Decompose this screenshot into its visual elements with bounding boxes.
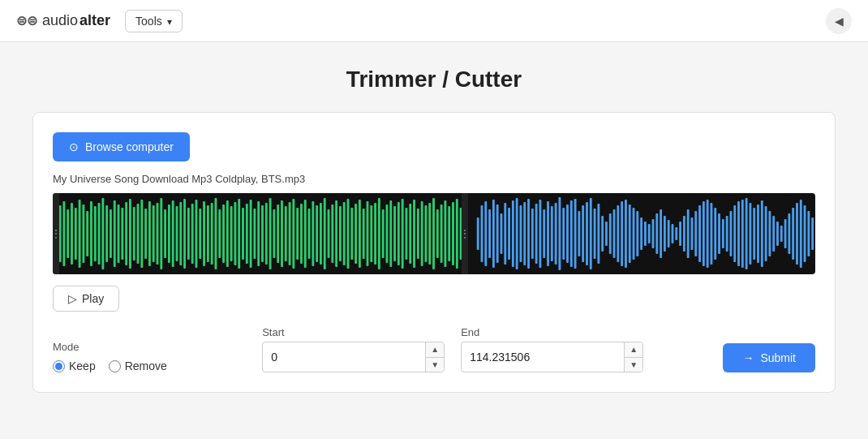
svg-rect-184 <box>784 219 787 248</box>
waveform-left-handle[interactable] <box>53 193 59 274</box>
svg-rect-47 <box>242 208 244 260</box>
svg-rect-58 <box>285 206 287 261</box>
svg-rect-128 <box>566 204 569 263</box>
svg-rect-127 <box>562 208 565 260</box>
svg-rect-155 <box>672 224 674 243</box>
svg-rect-70 <box>331 204 333 263</box>
start-input[interactable] <box>263 344 425 370</box>
svg-rect-42 <box>222 204 225 263</box>
svg-rect-87 <box>397 202 400 265</box>
svg-rect-24 <box>153 205 155 262</box>
submit-button[interactable]: → Submit <box>723 343 815 372</box>
svg-rect-12 <box>105 205 108 262</box>
svg-rect-172 <box>737 201 740 266</box>
svg-rect-179 <box>765 206 767 261</box>
svg-rect-45 <box>234 202 236 265</box>
file-name-label: My Universe Song Download Mp3 Coldplay, … <box>53 173 815 185</box>
tools-menu-button[interactable]: Tools <box>125 10 183 32</box>
trimmer-card: ⊙ Browse computer My Universe Song Downl… <box>32 112 836 393</box>
end-increment-button[interactable]: ▲ <box>625 342 642 357</box>
svg-rect-148 <box>644 222 647 246</box>
svg-rect-29 <box>172 200 174 267</box>
waveform-right-handle[interactable] <box>462 193 468 274</box>
svg-rect-79 <box>367 201 369 266</box>
start-increment-button[interactable]: ▲ <box>426 342 444 357</box>
remove-radio-input[interactable] <box>109 360 121 372</box>
svg-rect-86 <box>393 206 396 261</box>
waveform-container <box>53 193 815 274</box>
svg-rect-18 <box>129 199 131 269</box>
svg-rect-71 <box>335 200 337 267</box>
time-section: Start ▲ ▼ End ▲ ▼ <box>183 326 723 372</box>
svg-rect-152 <box>660 209 662 258</box>
svg-rect-4 <box>75 208 77 260</box>
profile-icon[interactable]: ◀ <box>826 8 852 34</box>
svg-rect-13 <box>110 209 112 258</box>
svg-rect-115 <box>516 198 518 269</box>
browse-button-label: Browse computer <box>85 140 174 153</box>
svg-rect-43 <box>226 200 229 267</box>
svg-rect-161 <box>694 211 697 256</box>
keep-radio-input[interactable] <box>53 360 65 372</box>
svg-rect-85 <box>389 200 392 267</box>
svg-rect-170 <box>729 211 732 256</box>
svg-rect-35 <box>196 200 198 268</box>
svg-rect-150 <box>652 219 655 248</box>
svg-rect-146 <box>636 211 638 256</box>
svg-rect-116 <box>520 205 522 262</box>
svg-rect-123 <box>547 201 549 266</box>
svg-rect-20 <box>137 204 140 264</box>
svg-rect-28 <box>168 204 170 263</box>
svg-rect-91 <box>413 200 415 268</box>
svg-rect-99 <box>444 200 446 267</box>
svg-rect-9 <box>94 206 97 261</box>
svg-rect-26 <box>160 198 162 269</box>
svg-rect-169 <box>726 216 728 252</box>
controls-row: Mode Keep Remove Start <box>53 326 815 372</box>
svg-rect-178 <box>761 200 763 267</box>
keep-label: Keep <box>69 359 96 372</box>
svg-rect-117 <box>523 202 526 265</box>
end-decrement-button[interactable]: ▼ <box>625 357 642 372</box>
svg-rect-132 <box>582 205 584 262</box>
svg-rect-27 <box>164 209 166 258</box>
svg-rect-53 <box>265 203 268 265</box>
play-button[interactable]: ▷ Play <box>53 286 119 312</box>
svg-rect-65 <box>312 201 314 266</box>
svg-rect-102 <box>456 199 458 269</box>
svg-rect-77 <box>359 200 361 268</box>
svg-rect-6 <box>82 204 84 263</box>
svg-rect-84 <box>386 204 389 263</box>
svg-rect-31 <box>179 202 182 265</box>
svg-rect-166 <box>714 208 716 260</box>
keep-radio-option[interactable]: Keep <box>53 359 96 372</box>
start-field: Start ▲ ▼ <box>262 326 445 372</box>
browse-computer-button[interactable]: ⊙ Browse computer <box>53 132 190 161</box>
logo-audio-text: audio <box>42 12 78 29</box>
svg-rect-163 <box>703 201 705 266</box>
svg-rect-174 <box>746 198 748 269</box>
svg-rect-110 <box>496 204 499 263</box>
svg-rect-134 <box>590 198 592 269</box>
svg-rect-5 <box>79 200 81 268</box>
svg-rect-122 <box>543 209 545 258</box>
svg-rect-49 <box>250 200 252 268</box>
svg-rect-88 <box>402 199 404 269</box>
svg-rect-61 <box>296 208 299 260</box>
svg-rect-189 <box>804 205 806 262</box>
end-input-wrapper: ▲ ▼ <box>461 342 643 372</box>
svg-rect-141 <box>617 205 619 262</box>
svg-rect-137 <box>601 216 604 252</box>
svg-rect-140 <box>613 209 616 258</box>
end-input[interactable] <box>462 344 624 370</box>
waveform-svg <box>53 193 815 274</box>
svg-rect-25 <box>157 203 159 265</box>
start-decrement-button[interactable]: ▼ <box>426 357 444 372</box>
svg-rect-44 <box>230 206 233 261</box>
svg-rect-68 <box>324 198 326 269</box>
svg-rect-59 <box>289 202 291 265</box>
svg-rect-69 <box>328 209 330 258</box>
remove-radio-option[interactable]: Remove <box>109 359 167 372</box>
svg-rect-108 <box>488 209 491 258</box>
svg-rect-55 <box>273 209 275 258</box>
